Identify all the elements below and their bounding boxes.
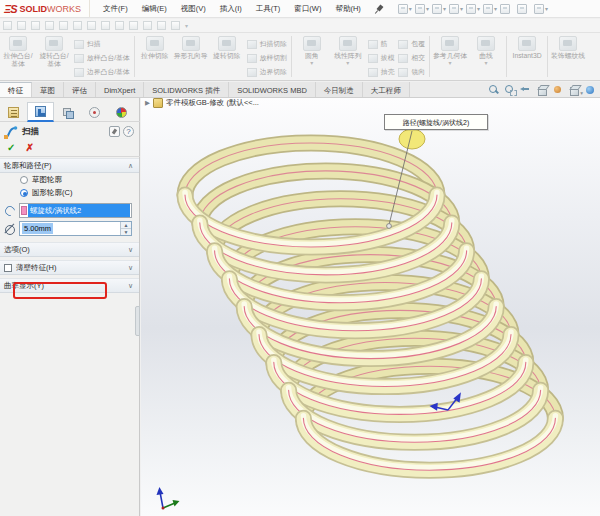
- menu-item[interactable]: 编辑(E): [135, 2, 174, 16]
- ribbon-button[interactable]: 旋转凸台/基体: [37, 36, 71, 68]
- edit-appearance-icon[interactable]: ▾: [552, 84, 565, 96]
- model-scene[interactable]: [141, 98, 600, 516]
- toolbar-icon[interactable]: [157, 21, 166, 30]
- group-thin-feature[interactable]: 薄壁特征(H) ∨: [0, 260, 139, 275]
- undo-icon[interactable]: ▾: [466, 4, 480, 14]
- ribbon-tab[interactable]: 评估: [64, 82, 96, 97]
- dropdown-caret-icon: ▾: [460, 5, 463, 12]
- ribbon-button[interactable]: 放样切割: [247, 51, 287, 65]
- ribbon-tab[interactable]: 草图: [32, 82, 64, 97]
- group-options[interactable]: 选项(O) ∨: [0, 242, 139, 257]
- ribbon-tab[interactable]: 特征: [0, 82, 32, 97]
- ribbon-button[interactable]: Instant3D: [510, 36, 544, 60]
- ribbon-button[interactable]: 线性阵列 ▾: [331, 36, 365, 66]
- options-icon[interactable]: ▾: [534, 4, 548, 14]
- ribbon-button[interactable]: 抽壳: [368, 65, 395, 79]
- group-profile-path[interactable]: 轮廓和路径(P) ∧: [0, 158, 139, 173]
- toolbar-icon[interactable]: [143, 21, 152, 30]
- spinner-control[interactable]: ▲▼: [120, 222, 131, 235]
- menu-item[interactable]: 帮助(H): [328, 2, 367, 16]
- flyout-expand-arrow-icon[interactable]: ▶: [145, 99, 150, 107]
- keep-visible-pin-icon[interactable]: [109, 126, 120, 137]
- ribbon-button[interactable]: 边界切除: [247, 65, 287, 79]
- toolbar-icon[interactable]: [171, 21, 180, 30]
- group-curvature-display[interactable]: 曲率显示(Y) ∨: [0, 278, 139, 293]
- save-icon[interactable]: ▾: [432, 4, 446, 14]
- ribbon-button[interactable]: 边界凸台/基体: [74, 65, 130, 79]
- ribbon-button[interactable]: 异形孔向导: [174, 36, 208, 60]
- boundary-cut-icon: [247, 68, 257, 77]
- toolbar-icon[interactable]: [73, 21, 82, 30]
- toolbar-icon[interactable]: [59, 21, 68, 30]
- shell-icon: [368, 68, 378, 77]
- ribbon-button[interactable]: 放样凸台/基体: [74, 51, 130, 65]
- ribbon-button[interactable]: 曲线 ▾: [469, 36, 503, 66]
- flyout-feature-tree[interactable]: ▶ 零件模板GB-修改 (默认<<...: [145, 98, 259, 110]
- property-manager-tab[interactable]: [27, 102, 54, 122]
- toolbar-icon[interactable]: [31, 21, 40, 30]
- ribbon-button[interactable]: 参考几何体 ▾: [433, 36, 467, 66]
- toolbar-icon[interactable]: [17, 21, 26, 30]
- ribbon-button[interactable]: 装饰螺纹线: [551, 36, 585, 60]
- graphics-viewport[interactable]: ▶ 零件模板GB-修改 (默认<<... 路径(螺旋线/涡状线2): [141, 98, 600, 516]
- ribbon-button[interactable]: 旋转切除: [210, 36, 244, 60]
- section-view-icon[interactable]: ▾: [536, 84, 549, 96]
- spin-down-icon[interactable]: ▼: [121, 228, 131, 235]
- path-selection-box[interactable]: 螺旋线/涡状线2: [19, 203, 132, 218]
- ribbon-tab[interactable]: 今日制造: [316, 82, 363, 97]
- configuration-manager-tab[interactable]: [54, 102, 81, 122]
- toolbar-icon[interactable]: [45, 21, 54, 30]
- view-settings-icon[interactable]: ▾: [584, 84, 597, 96]
- toolbar-icon[interactable]: [115, 21, 124, 30]
- ribbon-button[interactable]: 拉伸凸台/基体: [1, 36, 35, 68]
- menu-item[interactable]: 视图(V): [174, 2, 213, 16]
- ribbon-tab[interactable]: 大工程师: [363, 82, 410, 97]
- pin-toolbar-icon[interactable]: [374, 4, 384, 14]
- selected-path-entry[interactable]: 螺旋线/涡状线2: [28, 204, 130, 217]
- ok-button[interactable]: ✓: [7, 142, 15, 153]
- toolbar-icon[interactable]: [101, 21, 110, 30]
- menu-item[interactable]: 窗口(W): [287, 2, 328, 16]
- menu-item[interactable]: 文件(F): [96, 2, 135, 16]
- spring-sweep-preview[interactable]: [185, 143, 555, 470]
- menu-item[interactable]: 插入(I): [213, 2, 249, 16]
- select-icon[interactable]: ▾: [483, 4, 497, 14]
- ribbon-tab[interactable]: SOLIDWORKS MBD: [229, 82, 316, 97]
- radio-circular-profile[interactable]: 圆形轮廓(C): [20, 188, 72, 198]
- print-icon[interactable]: ▾: [449, 4, 463, 14]
- zoom-fit-icon[interactable]: ▾: [488, 84, 501, 96]
- thin-feature-checkbox[interactable]: [4, 264, 12, 272]
- zoom-area-icon[interactable]: ▾: [504, 84, 517, 96]
- ribbon-button[interactable]: 包覆: [398, 37, 425, 51]
- menu-item[interactable]: 工具(T): [249, 2, 288, 16]
- ribbon-button[interactable]: 扫描切除: [247, 37, 287, 51]
- ribbon-tab[interactable]: SOLIDWORKS 插件: [144, 82, 229, 97]
- previous-view-icon[interactable]: ▾: [520, 84, 533, 96]
- radio-sketch-profile[interactable]: 草图轮廓: [20, 175, 62, 185]
- ribbon-button[interactable]: 圆角 ▾: [295, 36, 329, 66]
- open-icon[interactable]: ▾: [415, 4, 429, 14]
- ribbon-button[interactable]: 筋: [368, 37, 395, 51]
- dimxpert-manager-tab[interactable]: [81, 102, 108, 122]
- toolbar-icon[interactable]: [129, 21, 138, 30]
- ribbon-button[interactable]: 镜向: [398, 65, 425, 79]
- ribbon-button[interactable]: 相交: [398, 51, 425, 65]
- ribbon-button[interactable]: 扫描: [74, 37, 130, 51]
- new-document-icon[interactable]: ▾: [398, 4, 412, 14]
- rebuild-icon[interactable]: ▾: [500, 4, 514, 14]
- help-icon[interactable]: ?: [123, 126, 134, 137]
- ribbon-button[interactable]: 拔模: [368, 51, 395, 65]
- display-style-icon[interactable]: ▾: [568, 84, 581, 96]
- solidworks-window: ΞS SOLID WORKS 文件(F)编辑(E)视图(V)插入(I)工具(T)…: [0, 0, 600, 516]
- panel-splitter-handle[interactable]: [135, 306, 140, 336]
- toolbar-icon[interactable]: [3, 21, 12, 30]
- ribbon-tab[interactable]: DimXpert: [96, 82, 144, 97]
- toolbar-overflow-caret[interactable]: ▾: [185, 22, 188, 29]
- toolbar-icon[interactable]: [87, 21, 96, 30]
- feature-tree-tab[interactable]: [0, 102, 27, 122]
- display-manager-tab[interactable]: [108, 102, 135, 122]
- ribbon-button[interactable]: 拉伸切除: [138, 36, 172, 60]
- file-properties-icon[interactable]: ▾: [517, 4, 531, 14]
- cancel-button[interactable]: ✗: [25, 142, 33, 153]
- diameter-input[interactable]: 5.00mm ▲▼: [19, 221, 132, 236]
